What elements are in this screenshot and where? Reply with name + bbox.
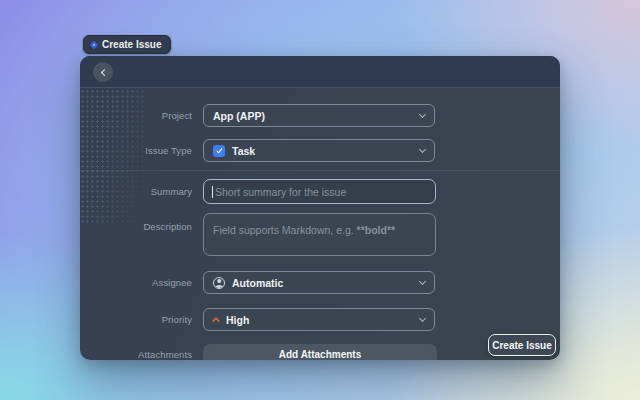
description-textarea[interactable]: Field supports Markdown, e.g. **bold** <box>203 213 436 256</box>
priority-label: Priority <box>80 308 192 331</box>
summary-label: Summary <box>80 179 192 204</box>
project-select[interactable]: App (APP) <box>203 104 435 127</box>
issue-type-value: Task <box>232 145 255 157</box>
chevron-down-icon <box>419 277 426 284</box>
section-divider <box>80 170 560 171</box>
chevron-down-icon <box>419 145 426 152</box>
dialog-header <box>80 56 560 88</box>
task-checkbox-icon <box>213 145 225 157</box>
create-issue-dialog: Project App (APP) Issue Type Task Summar… <box>80 56 560 360</box>
project-value: App (APP) <box>213 110 265 122</box>
assignee-label: Assignee <box>80 271 192 294</box>
add-attachments-button[interactable]: Add Attachments <box>203 344 437 360</box>
chevron-left-icon <box>100 68 107 75</box>
chevron-down-icon <box>419 314 426 321</box>
chevron-down-icon <box>419 110 426 117</box>
summary-input[interactable]: Short summary for the issue <box>203 179 436 204</box>
text-caret <box>212 186 213 198</box>
project-label: Project <box>80 104 192 127</box>
description-placeholder: Field supports Markdown, e.g. **bold** <box>213 224 395 236</box>
issue-type-select[interactable]: Task <box>203 139 435 162</box>
diamond-icon <box>90 40 98 48</box>
back-button[interactable] <box>93 62 113 82</box>
create-issue-button[interactable]: Create Issue <box>488 334 556 356</box>
person-icon <box>213 277 225 289</box>
assignee-select[interactable]: Automatic <box>203 271 435 294</box>
assignee-value: Automatic <box>232 277 283 289</box>
attachments-label: Attachments <box>80 344 192 360</box>
priority-value: High <box>226 314 249 326</box>
summary-placeholder: Short summary for the issue <box>215 186 346 198</box>
create-issue-tab-label: Create Issue <box>102 39 161 50</box>
create-issue-tab[interactable]: Create Issue <box>83 35 171 54</box>
priority-high-icon <box>212 317 220 325</box>
issue-type-label: Issue Type <box>80 139 192 162</box>
description-label: Description <box>80 213 192 239</box>
priority-select[interactable]: High <box>203 308 435 331</box>
